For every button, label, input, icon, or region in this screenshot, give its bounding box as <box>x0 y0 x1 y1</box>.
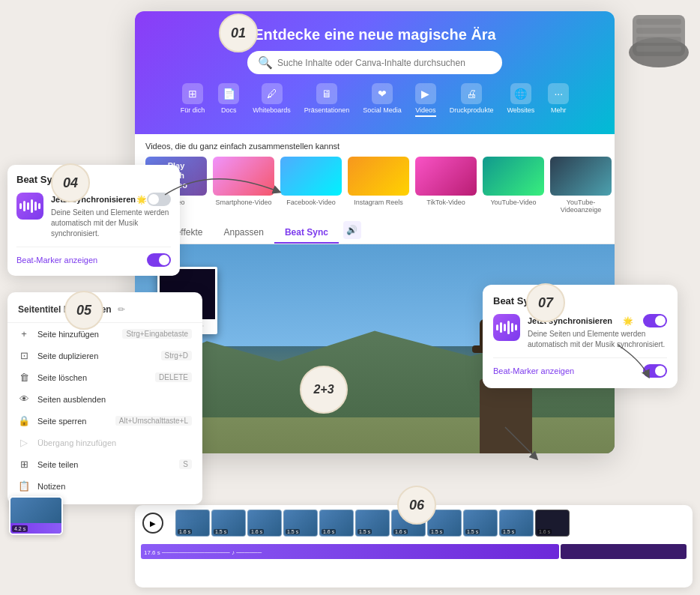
video-thumb-img-2 <box>213 157 274 196</box>
video-grid: Play withVideo Video Smartphone-Video Fa… <box>145 157 604 214</box>
video-thumb-img-3 <box>280 157 342 196</box>
duplicate-page-icon: ⊡ <box>18 350 30 361</box>
video-thumb-4[interactable]: Instagram Reels <box>348 157 409 214</box>
nav-whiteboards[interactable]: 🖊 Whiteboards <box>253 83 291 117</box>
small-video-preview: 4.2 s <box>9 496 63 535</box>
frame-6: 1.5 s <box>355 510 390 537</box>
add-page-icon: + <box>18 328 30 339</box>
sync-icon-07 <box>493 314 520 341</box>
video-thumb-3[interactable]: Facebook-Video <box>280 157 342 214</box>
video-thumb-7[interactable]: YouTube-Videoanzeige <box>550 157 612 214</box>
menu-item-add-page[interactable]: + Seite hinzufügen Strg+Eingabetaste <box>7 323 202 345</box>
audio-block-end <box>561 544 687 559</box>
frame-10: 1.5 s <box>499 510 534 537</box>
hide-page-icon: 👁 <box>18 393 30 405</box>
shoe-decoration <box>625 7 693 75</box>
frame-2: 1.5 s <box>211 510 246 537</box>
menu-item-delete-page[interactable]: 🗑 Seite löschen DELETE <box>7 366 202 388</box>
sync-icon-04 <box>16 193 43 220</box>
editor-tabs: Audioeffekte Anpassen Beat Sync 🔊 <box>135 221 615 244</box>
sync-row-04: Jetzt synchronisieren 🌟 Deine Seiten und… <box>16 193 171 239</box>
sync-row-07: Jetzt synchronisieren 🌟 Deine Seiten und… <box>493 314 667 350</box>
video-thumb-2[interactable]: Smartphone-Video <box>213 157 274 214</box>
video-section-title: Videos, die du ganz einfach zusammenstel… <box>145 142 604 151</box>
menu-item-add-transition[interactable]: ▷ Übergang hinzufügen <box>7 432 202 453</box>
svg-rect-2 <box>636 19 681 25</box>
lock-page-icon: 🔒 <box>18 415 30 426</box>
tab-anpassen[interactable]: Anpassen <box>214 221 274 244</box>
search-bar[interactable]: 🔍 <box>247 51 502 74</box>
sync-toggle-07[interactable] <box>643 314 667 327</box>
transition-icon: ▷ <box>18 437 30 448</box>
step-23: 2+3 <box>300 366 348 414</box>
nav-websites[interactable]: 🌐 Websites <box>507 83 534 117</box>
nav-docs[interactable]: 📄 Docs <box>218 83 239 117</box>
step-05: 05 <box>64 291 103 330</box>
menu-item-lock-page[interactable]: 🔒 Seite sperren Alt+Umschalttaste+L <box>7 410 202 432</box>
marker-toggle-04[interactable] <box>147 253 171 267</box>
menu-item-hide-page[interactable]: 👁 Seiten ausblenden <box>7 388 202 410</box>
beat-sync-panel-07: Beat Sync Jetzt synchronisieren 🌟 Deine … <box>483 285 678 388</box>
sync-desc-07: Deine Seiten und Elemente werden automat… <box>528 329 667 350</box>
svg-rect-5 <box>636 46 681 52</box>
marker-row-04: Beat-Marker anzeigen <box>16 247 171 267</box>
video-thumb-img-4 <box>348 157 409 196</box>
step-06: 06 <box>397 486 436 525</box>
step-07: 07 <box>526 283 565 322</box>
tab-beat-sync[interactable]: Beat Sync <box>274 221 339 244</box>
video-thumb-img-7 <box>550 157 612 196</box>
page-menu-panel: Seitentitel hinzufügen ✏ + Seite hinzufü… <box>7 292 202 504</box>
video-thumb-5[interactable]: TikTok-Video <box>415 157 477 214</box>
nav-social-media[interactable]: ❤ Social Media <box>363 83 402 117</box>
video-thumb-6[interactable]: YouTube-Video <box>483 157 544 214</box>
svg-rect-4 <box>636 37 681 43</box>
nav-druckprodukte[interactable]: 🖨 Druckprodukte <box>450 83 494 117</box>
audio-block-main[interactable]: 17.6 s ──────────────── ♪ ────── <box>141 544 559 559</box>
search-icon: 🔍 <box>258 55 273 70</box>
delete-page-icon: 🗑 <box>18 372 30 383</box>
menu-item-share-page[interactable]: ⊞ Seite teilen S <box>7 453 202 475</box>
search-input[interactable] <box>277 58 492 68</box>
edit-icon[interactable]: ✏ <box>118 304 125 315</box>
frame-4: 1.5 s <box>283 510 318 537</box>
sync-toggle-04[interactable] <box>147 193 171 206</box>
canva-header: Entdecke eine neue magische Ära 🔍 ⊞ Für … <box>135 11 615 134</box>
page-menu-header: Seitentitel hinzufügen ✏ <box>7 300 202 323</box>
marker-row-07: Beat-Marker anzeigen <box>493 357 667 378</box>
notes-icon: 📋 <box>18 480 30 492</box>
video-thumb-img-5 <box>415 157 477 196</box>
nav-praesentationen[interactable]: 🖥 Präsentationen <box>304 83 350 117</box>
step-01: 01 <box>219 13 258 52</box>
share-page-icon: ⊞ <box>18 459 30 470</box>
timeline-audio-row: 17.6 s ──────────────── ♪ ────── <box>135 544 693 559</box>
menu-item-duplicate-page[interactable]: ⊡ Seite duplizieren Strg+D <box>7 345 202 366</box>
step-04: 04 <box>51 163 90 202</box>
timeline-frames: 1.6 s 1.5 s 1.6 s 1.5 s 1.6 s 1.5 s 1.6 … <box>169 510 576 537</box>
marker-label-04: Beat-Marker anzeigen <box>16 256 97 265</box>
canva-nav: ⊞ Für dich 📄 Docs 🖊 Whiteboards 🖥 Präsen… <box>150 83 600 123</box>
header-title: Entdecke eine neue magische Ära <box>150 26 600 43</box>
video-thumb-img-6 <box>483 157 544 196</box>
nav-fuer-dich[interactable]: ⊞ Für dich <box>181 83 205 117</box>
frame-1: 1.6 s <box>175 510 210 537</box>
menu-item-notes[interactable]: 📋 Notizen <box>7 475 202 497</box>
video-section: Videos, die du ganz einfach zusammenstel… <box>135 134 615 221</box>
marker-label-07: Beat-Marker anzeigen <box>493 366 574 375</box>
marker-toggle-07[interactable] <box>643 364 667 378</box>
nav-mehr[interactable]: ··· Mehr <box>548 83 569 117</box>
nav-videos[interactable]: ▶ Videos <box>415 83 436 117</box>
frame-last: 1.6 s <box>535 510 570 537</box>
sync-desc-04: Deine Seiten und Elemente werden automat… <box>51 208 171 239</box>
beat-sync-panel-04: Beat Sync Jetzt synchronisieren 🌟 Deine … <box>7 165 180 276</box>
svg-rect-3 <box>636 28 681 34</box>
tab-sound-icon[interactable]: 🔊 <box>343 221 361 239</box>
beat-sync-04-title: Beat Sync <box>16 174 171 185</box>
frame-3: 1.6 s <box>247 510 282 537</box>
frame-5: 1.6 s <box>319 510 354 537</box>
frame-9: 1.5 s <box>463 510 498 537</box>
play-button[interactable]: ▶ <box>142 513 163 534</box>
beat-sync-07-title: Beat Sync <box>493 295 667 306</box>
